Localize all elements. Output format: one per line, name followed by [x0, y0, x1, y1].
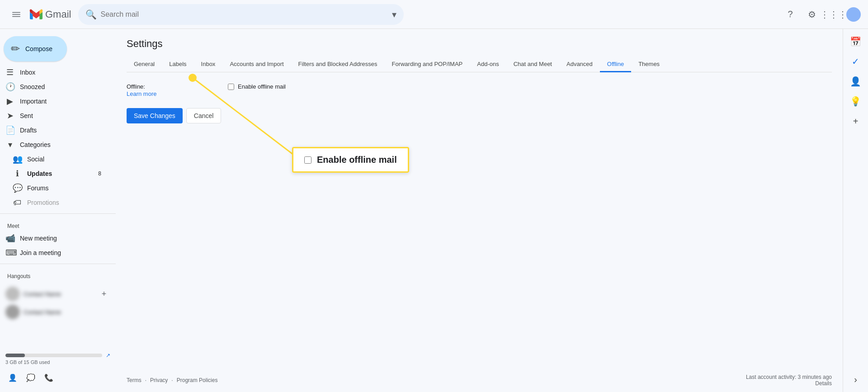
storage-bar-container: ↗: [5, 352, 110, 359]
right-panel-add-icon[interactable]: +: [847, 112, 865, 130]
status-icon[interactable]: 💭: [24, 370, 38, 385]
snoozed-icon: 🕐: [5, 82, 14, 92]
hangout-item-1[interactable]: Contact Name +: [5, 285, 110, 303]
content-area: Settings General Labels Inbox Accounts a…: [116, 29, 843, 392]
save-changes-button[interactable]: Save Changes: [127, 108, 183, 123]
sidebar-bottom: 👤 💭 📞: [0, 367, 116, 388]
sidebar-item-label: Inbox: [20, 69, 101, 76]
help-icon[interactable]: ?: [781, 5, 799, 24]
enable-offline-label: Enable offline mail: [238, 83, 286, 90]
program-policies-link[interactable]: Program Policies: [177, 377, 218, 383]
important-icon: ▶: [5, 96, 14, 106]
tab-advanced[interactable]: Advanced: [559, 57, 600, 72]
sent-icon: ➤: [5, 111, 14, 121]
annotation-box: Enable offline mail: [292, 147, 409, 173]
tab-inbox[interactable]: Inbox: [194, 57, 223, 72]
settings-title: Settings: [127, 38, 832, 50]
tab-accounts[interactable]: Accounts and Import: [222, 57, 291, 72]
compose-button[interactable]: ✏ Compose: [4, 36, 67, 61]
storage-fill: [5, 354, 25, 357]
sidebar-item-new-meeting[interactable]: 📹 New meeting: [0, 231, 108, 246]
sidebar-item-promotions[interactable]: 🏷 Promotions: [0, 195, 108, 210]
content-footer: Terms · Privacy · Program Policies Last …: [116, 368, 843, 392]
sidebar-item-label: New meeting: [20, 235, 101, 242]
compose-label: Compose: [25, 45, 52, 52]
tab-filters[interactable]: Filters and Blocked Addresses: [291, 57, 385, 72]
hangouts-section-label: Hangouts: [0, 269, 116, 281]
hangout-add-icon[interactable]: +: [98, 288, 110, 300]
forums-icon: 💬: [13, 183, 22, 193]
enable-offline-checkbox[interactable]: [228, 84, 234, 90]
topbar-right: ? ⚙ ⋮⋮⋮: [781, 5, 861, 24]
topbar: Gmail 🔍 ▾ ? ⚙ ⋮⋮⋮: [0, 0, 868, 29]
svg-rect-0: [12, 12, 20, 13]
svg-rect-2: [12, 16, 20, 17]
action-buttons: Save Changes Cancel: [127, 108, 832, 123]
privacy-link[interactable]: Privacy: [150, 377, 168, 383]
right-panel-expand-icon[interactable]: ›: [847, 370, 865, 388]
sidebar-item-updates[interactable]: ℹ Updates 8: [0, 166, 108, 181]
categories-label: Categories: [20, 141, 101, 148]
hangout-name-2: Contact Name: [24, 309, 110, 316]
sidebar-divider: [0, 213, 116, 214]
settings-content: Offline: Learn more Enable offline mail …: [116, 72, 843, 368]
sidebar-item-social[interactable]: 👥 Social: [0, 152, 108, 166]
offline-label: Offline:: [127, 83, 217, 90]
categories-expand-icon: ▾: [5, 140, 14, 150]
sidebar-item-label: Social: [27, 156, 101, 163]
sidebar-item-forums[interactable]: 💬 Forums: [0, 181, 108, 195]
sidebar-item-join-meeting[interactable]: ⌨ Join a meeting: [0, 246, 108, 260]
tab-chat[interactable]: Chat and Meet: [506, 57, 559, 72]
learn-more-link[interactable]: Learn more: [127, 90, 156, 97]
sidebar-item-label: Important: [20, 98, 101, 105]
sidebar-item-inbox[interactable]: ☰ Inbox: [0, 65, 108, 80]
people-icon[interactable]: 👤: [5, 370, 20, 385]
sidebar-item-label: Drafts: [20, 127, 101, 134]
join-meeting-icon: ⌨: [5, 248, 14, 258]
settings-header: Settings General Labels Inbox Accounts a…: [116, 29, 843, 72]
tab-forwarding[interactable]: Forwarding and POP/IMAP: [384, 57, 470, 72]
search-bar[interactable]: 🔍 ▾: [78, 4, 404, 25]
storage-text: 3 GB of 15 GB used: [5, 359, 110, 365]
settings-icon[interactable]: ⚙: [803, 5, 821, 24]
right-panel-calendar-icon[interactable]: 📅: [847, 33, 865, 51]
terms-link[interactable]: Terms: [127, 377, 142, 383]
search-input[interactable]: [100, 10, 388, 19]
menu-icon[interactable]: [7, 5, 25, 24]
tab-themes[interactable]: Themes: [631, 57, 667, 72]
right-panel-keep-icon[interactable]: 💡: [847, 92, 865, 110]
sidebar-item-categories[interactable]: ▾ Categories: [0, 137, 108, 152]
avatar[interactable]: [846, 7, 861, 22]
right-panel-tasks-icon[interactable]: ✓: [847, 52, 865, 71]
apps-icon[interactable]: ⋮⋮⋮: [825, 5, 843, 24]
promotions-icon: 🏷: [13, 198, 22, 208]
storage-section: ↗ 3 GB of 15 GB used: [0, 349, 116, 367]
right-panels: 📅 ✓ 👤 💡 + ›: [843, 29, 868, 392]
sidebar-item-label: Join a meeting: [20, 249, 101, 256]
tab-offline[interactable]: Offline: [600, 57, 631, 72]
tab-general[interactable]: General: [127, 57, 162, 72]
sidebar-item-important[interactable]: ▶ Important: [0, 94, 108, 109]
phone-icon[interactable]: 📞: [42, 370, 56, 385]
updates-badge: 8: [98, 170, 101, 177]
storage-external-link-icon[interactable]: ↗: [106, 352, 110, 359]
new-meeting-icon: 📹: [5, 233, 14, 243]
right-panel-contacts-icon[interactable]: 👤: [847, 72, 865, 90]
sidebar-item-drafts[interactable]: 📄 Drafts: [0, 123, 108, 137]
sidebar-item-sent[interactable]: ➤ Sent: [0, 109, 108, 123]
sidebar-item-snoozed[interactable]: 🕐 Snoozed: [0, 80, 108, 94]
hangout-item-2[interactable]: Contact Name: [5, 303, 110, 321]
footer-sep-1: ·: [145, 377, 146, 383]
annotation-label: Enable offline mail: [317, 155, 397, 165]
svg-rect-1: [12, 14, 20, 15]
tab-addons[interactable]: Add-ons: [470, 57, 506, 72]
search-expand-icon[interactable]: ▾: [392, 9, 396, 20]
cancel-button[interactable]: Cancel: [186, 108, 222, 123]
details-link[interactable]: Details: [746, 380, 832, 387]
hangout-avatar-2: [5, 305, 20, 319]
hangout-avatar-1: [5, 287, 20, 301]
sidebar-item-label: Forums: [27, 184, 101, 192]
footer-links: Terms · Privacy · Program Policies: [127, 377, 217, 383]
hangout-name-1: Contact Name: [24, 291, 94, 298]
tab-labels[interactable]: Labels: [162, 57, 193, 72]
